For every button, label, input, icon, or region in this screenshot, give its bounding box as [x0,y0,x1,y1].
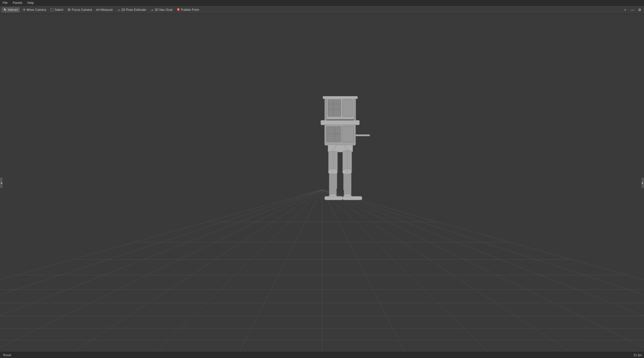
svg-line-16 [152,9,153,11]
tool-interact[interactable]: Interact [2,7,20,12]
svg-rect-30 [326,126,341,142]
tool-2d-pose-estimate[interactable]: 2D Pose Estimate [115,7,148,12]
select-icon [50,8,54,12]
cursor-icon [3,8,7,12]
add-display-button[interactable]: + [622,7,628,13]
tool-move-camera[interactable]: Move Camera [20,7,48,12]
statusbar: Reset 31 fps [0,352,644,358]
statusbar-left: Reset [2,353,12,357]
menu-file[interactable]: File [1,1,9,5]
tool-focus-camera[interactable]: Focus Camera [66,7,94,12]
move-icon [22,8,26,12]
remove-display-button[interactable]: — [630,7,635,13]
reset-button[interactable]: Reset [2,353,12,357]
tool-select[interactable]: Select [48,7,65,12]
menu-help[interactable]: Help [26,1,35,5]
tool-measure[interactable]: Measure [94,7,114,12]
svg-rect-34 [356,135,370,136]
point-icon [177,8,180,12]
svg-rect-26 [354,96,356,122]
ruler-icon [96,8,100,12]
statusbar-right: 31 fps [633,353,642,357]
panel-toggle-left[interactable]: ◀ [0,178,3,188]
pose-icon [117,8,120,12]
menubar: File Panels Help [0,0,644,6]
nav-icon [150,8,154,12]
svg-rect-31 [342,126,354,142]
svg-rect-21 [343,100,352,116]
svg-rect-7 [96,9,100,10]
robot-model [295,95,385,237]
toolbar: Interact Move Camera Select [0,6,644,14]
svg-point-18 [178,9,179,10]
svg-rect-47 [343,196,362,200]
svg-rect-27 [323,96,358,99]
svg-point-2 [69,9,70,10]
focus-icon [67,8,71,12]
chevron-right-icon: ▶ [642,182,643,184]
svg-rect-45 [325,196,343,200]
menu-panels[interactable]: Panels [11,1,24,5]
toolbar-right: + — ⚙ [622,7,642,13]
settings-button[interactable]: ⚙ [637,7,642,13]
tool-2d-nav-goal[interactable]: 2D Nav Goal [148,7,174,12]
svg-line-13 [119,9,119,11]
svg-rect-25 [325,96,327,122]
svg-rect-43 [344,174,351,196]
viewport[interactable]: ◀ ▶ [0,14,644,352]
panel-toggle-right[interactable]: ▶ [641,178,644,188]
svg-rect-42 [329,174,336,196]
fps-counter: 31 fps [633,353,642,357]
tool-publish-point[interactable]: Publish Point [175,7,201,12]
svg-rect-20 [328,100,341,116]
svg-rect-28 [321,120,359,125]
chevron-left-icon: ◀ [1,182,2,184]
svg-rect-0 [51,9,53,11]
